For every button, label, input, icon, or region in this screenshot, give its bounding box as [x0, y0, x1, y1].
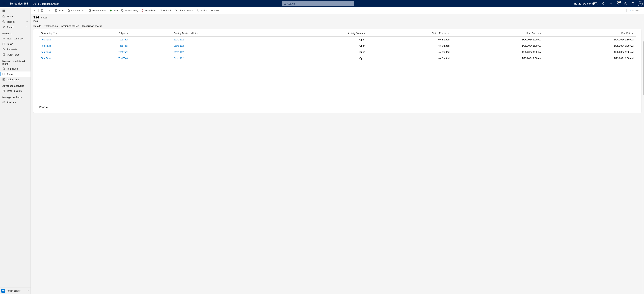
- table-row[interactable]: Test TaskTest TaskStore 102OpenNot Start…: [39, 55, 636, 61]
- user-avatar[interactable]: SM: [638, 1, 643, 6]
- deactivate-button[interactable]: Deactivate: [140, 8, 158, 14]
- popout-button[interactable]: [46, 8, 52, 14]
- cell-task-setup[interactable]: Test Task: [39, 49, 116, 55]
- svg-rect-18: [3, 79, 5, 80]
- cell-task-setup[interactable]: Test Task: [39, 43, 116, 49]
- cell-obu[interactable]: Store 102: [172, 43, 285, 49]
- svg-point-15: [4, 49, 5, 50]
- chevron-down-icon: [632, 32, 634, 35]
- cell-obu[interactable]: Store 102: [172, 49, 285, 55]
- tab-details[interactable]: Details: [33, 24, 41, 29]
- sidebar-item-requests[interactable]: Requests: [0, 47, 30, 52]
- sidebar-item-retail-insights[interactable]: Retail insights: [0, 88, 30, 94]
- execute-plan-button[interactable]: Execute plan: [87, 8, 108, 14]
- global-search[interactable]: [282, 1, 354, 6]
- svg-point-7: [4, 5, 4, 5]
- app-launcher-icon[interactable]: [1, 1, 7, 6]
- cell-due: 1/29/2024 1:30 AM: [544, 55, 636, 61]
- svg-point-27: [227, 10, 227, 11]
- make-copy-button[interactable]: Make a copy: [120, 8, 140, 14]
- cell-obu[interactable]: Store 102: [172, 37, 285, 43]
- section-header-products: Manage products: [0, 94, 30, 100]
- settings-icon[interactable]: [622, 0, 629, 7]
- col-owning-bu[interactable]: Owning Business Unit: [172, 30, 285, 37]
- cell-status: Open: [285, 49, 367, 55]
- hamburger-icon[interactable]: [0, 8, 30, 14]
- lightbulb-icon[interactable]: [600, 0, 607, 7]
- requests-icon: [2, 48, 5, 51]
- svg-rect-22: [122, 10, 123, 11]
- grid-footer: Rows: 4: [33, 103, 641, 111]
- check-access-button[interactable]: Check Access: [173, 8, 195, 14]
- svg-rect-17: [3, 73, 5, 75]
- col-task-setup[interactable]: Task setup: [39, 30, 116, 37]
- col-start-date[interactable]: Start Date: [452, 30, 544, 37]
- sidebar-item-label: Plans: [7, 73, 13, 76]
- sort-asc-icon: [538, 32, 539, 35]
- cell-obu[interactable]: Store 102: [172, 55, 285, 61]
- new-look-toggle[interactable]: Try the new look: [574, 2, 598, 5]
- tab-execution-status[interactable]: Execution status: [82, 24, 102, 29]
- cell-subject[interactable]: Test Task: [116, 37, 172, 43]
- svg-point-6: [3, 5, 3, 5]
- assign-button[interactable]: Assign: [195, 8, 209, 14]
- sidebar-item-plans[interactable]: Plans: [0, 72, 30, 77]
- notifications-icon[interactable]: 99+: [615, 0, 622, 7]
- sidebar-item-quick-notes[interactable]: Quick notes: [0, 52, 30, 57]
- more-commands-button[interactable]: [224, 8, 230, 14]
- app-name-label[interactable]: Store Operations Assist: [30, 2, 62, 5]
- vertical-scrollbar[interactable]: [642, 21, 644, 294]
- sidebar-item-recent[interactable]: Recent: [0, 19, 30, 25]
- template-icon: [2, 67, 5, 71]
- cell-due: 1/24/2024 1:30 AM: [544, 37, 636, 43]
- svg-point-4: [4, 4, 4, 4]
- share-button[interactable]: Share: [627, 8, 643, 14]
- sidebar-item-label: Retail summary: [7, 37, 23, 40]
- plus-icon[interactable]: [608, 0, 614, 7]
- sidebar-item-label: Products: [7, 101, 16, 104]
- area-switcher[interactable]: AC Action center: [0, 287, 30, 294]
- svg-point-2: [5, 3, 5, 3]
- flow-button[interactable]: Flow: [209, 8, 224, 14]
- svg-point-3: [3, 4, 3, 4]
- cell-task-setup[interactable]: Test Task: [39, 55, 116, 61]
- cell-subject[interactable]: Test Task: [116, 43, 172, 49]
- results-grid: Task setup Subject Owning Business Unit …: [39, 30, 636, 61]
- table-row[interactable]: Test TaskTest TaskStore 102OpenNot Start…: [39, 37, 636, 43]
- open-record-set-button[interactable]: [39, 8, 45, 14]
- cell-task-setup[interactable]: Test Task: [39, 37, 116, 43]
- cell-subject[interactable]: Test Task: [116, 49, 172, 55]
- refresh-button[interactable]: Refresh: [158, 8, 173, 14]
- chevron-down-icon: [364, 32, 365, 35]
- chevron-down-icon: [448, 32, 450, 35]
- col-due-date[interactable]: Due Date: [544, 30, 636, 37]
- back-button[interactable]: [32, 8, 38, 14]
- new-button[interactable]: New: [108, 8, 120, 14]
- save-button[interactable]: Save: [53, 8, 66, 14]
- brand-label[interactable]: Dynamics 365: [8, 2, 30, 5]
- sidebar-item-templates[interactable]: Templates: [0, 66, 30, 72]
- table-row[interactable]: Test TaskTest TaskStore 102OpenNot Start…: [39, 49, 636, 55]
- help-icon[interactable]: [630, 0, 636, 7]
- tab-task-setups[interactable]: Task setups: [44, 24, 58, 29]
- svg-point-28: [227, 11, 227, 12]
- sidebar-item-retail-summary[interactable]: Retail summary: [0, 36, 30, 41]
- search-input[interactable]: [287, 2, 352, 5]
- col-activity-status[interactable]: Activity Status: [285, 30, 367, 37]
- sidebar-item-pinned[interactable]: Pinned: [0, 25, 30, 30]
- col-status-reason[interactable]: Status Reason: [367, 30, 452, 37]
- sidebar-item-tasks[interactable]: Tasks: [0, 41, 30, 47]
- sidebar-item-products[interactable]: Products: [0, 100, 30, 105]
- save-close-button[interactable]: Save & Close: [66, 8, 87, 14]
- col-subject[interactable]: Subject: [116, 30, 172, 37]
- sidebar-item-label: Requests: [7, 48, 17, 51]
- tab-assigned-stores[interactable]: Assigned stores: [61, 24, 79, 29]
- sidebar-item-home[interactable]: Home: [0, 14, 30, 19]
- toggle-icon[interactable]: [592, 2, 598, 5]
- chevron-down-icon: [540, 32, 542, 35]
- cell-subject[interactable]: Test Task: [116, 55, 172, 61]
- filter-icon: [53, 32, 55, 35]
- cell-status: Open: [285, 43, 367, 49]
- sidebar-item-quick-plans[interactable]: Quick plans: [0, 77, 30, 82]
- table-row[interactable]: Test TaskTest TaskStore 102OpenNot Start…: [39, 43, 636, 49]
